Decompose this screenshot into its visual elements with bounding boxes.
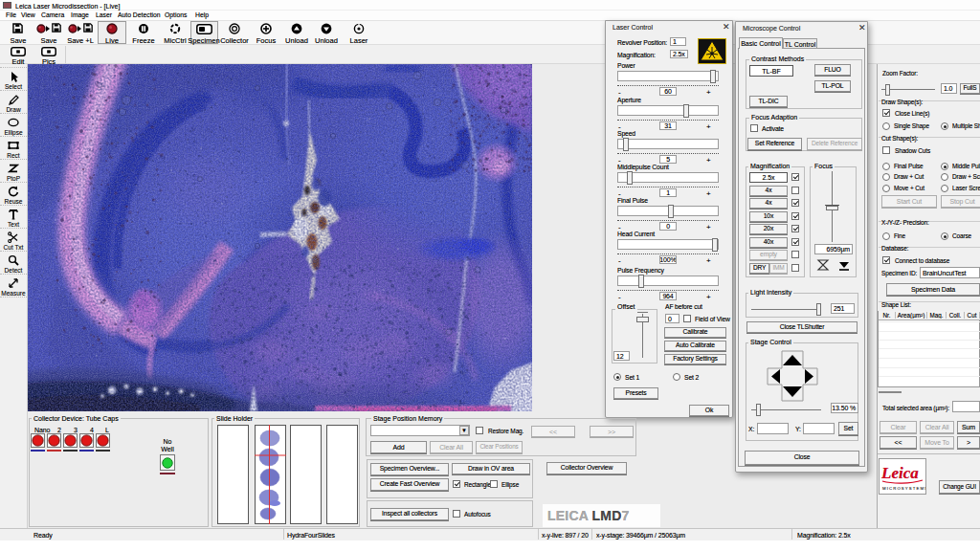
svg-text:MICROSYSTEMS: MICROSYSTEMS (882, 486, 925, 491)
svg-text:Leica: Leica (880, 464, 919, 482)
